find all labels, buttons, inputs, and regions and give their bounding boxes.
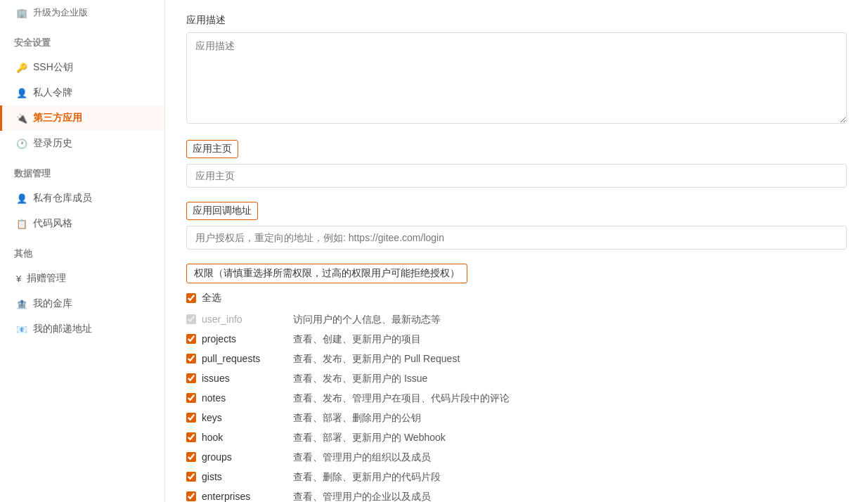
app-callback-input[interactable] <box>186 226 847 250</box>
perm-desc-groups: 查看、管理用户的组织以及成员 <box>293 451 431 464</box>
third-party-icon: 🔌 <box>16 113 27 124</box>
donation-icon: ¥ <box>16 273 21 284</box>
sidebar-item-third-party[interactable]: 🔌第三方应用 <box>0 105 164 131</box>
permissions-group: 权限（请慎重选择所需权限，过高的权限用户可能拒绝授权） 全选 user_info… <box>186 264 847 502</box>
app-description-input[interactable] <box>186 32 847 124</box>
app-callback-label: 应用回调地址 <box>186 202 258 220</box>
code-style-icon: 📋 <box>16 219 27 229</box>
perm-desc-keys: 查看、部署、删除用户的公钥 <box>293 412 421 425</box>
sidebar-item-label-gold-vault: 我的金库 <box>33 297 72 310</box>
sidebar-item-code-style[interactable]: 📋代码风格 <box>0 211 164 236</box>
perm-checkbox-pull_requests[interactable] <box>186 354 196 363</box>
app-callback-group: 应用回调地址 <box>186 202 847 250</box>
perm-checkbox-gists[interactable] <box>186 472 196 482</box>
perm-row-groups: groups查看、管理用户的组织以及成员 <box>186 448 847 468</box>
sidebar-section-title: 数据管理 <box>0 156 164 186</box>
sidebar-item-email-addr[interactable]: 📧我的邮递地址 <box>0 316 164 342</box>
perm-name-issues: issues <box>202 373 293 384</box>
perm-desc-enterprises: 查看、管理用户的企业以及成员 <box>293 491 431 502</box>
perm-name-gists: gists <box>202 471 293 482</box>
perm-desc-projects: 查看、创建、更新用户的项目 <box>293 333 421 346</box>
upgrade-icon: 🏢 <box>16 8 27 18</box>
perm-name-pull_requests: pull_requests <box>202 353 293 364</box>
app-homepage-group: 应用主页 <box>186 140 847 188</box>
perm-checkbox-projects[interactable] <box>186 334 196 344</box>
perm-name-enterprises: enterprises <box>202 491 293 502</box>
perm-row-user_info: user_info访问用户的个人信息、最新动态等 <box>186 310 847 330</box>
perm-row-gists: gists查看、删除、更新用户的代码片段 <box>186 468 847 487</box>
perm-desc-notes: 查看、发布、管理用户在项目、代码片段中的评论 <box>293 392 510 405</box>
perm-row-keys: keys查看、部署、删除用户的公钥 <box>186 408 847 428</box>
sidebar-item-label-email-addr: 我的邮递地址 <box>33 323 92 335</box>
sidebar-item-label-token: 私人令牌 <box>33 86 72 99</box>
sidebar-item-login-history[interactable]: 🕐登录历史 <box>0 131 164 156</box>
perm-desc-hook: 查看、部署、更新用户的 Webhook <box>293 432 446 444</box>
perm-name-groups: groups <box>202 451 293 463</box>
perm-row-enterprises: enterprises查看、管理用户的企业以及成员 <box>186 487 847 502</box>
perm-row-hook: hook查看、部署、更新用户的 Webhook <box>186 428 847 448</box>
main-content: 应用描述 应用主页 应用回调地址 权限（请慎重选择所需权限，过高的权限用户可能拒… <box>165 0 868 502</box>
app-homepage-label: 应用主页 <box>186 140 238 158</box>
perm-row-notes: notes查看、发布、管理用户在项目、代码片段中的评论 <box>186 389 847 408</box>
perm-name-keys: keys <box>202 412 293 423</box>
sidebar-item-label-third-party: 第三方应用 <box>33 112 82 124</box>
perm-desc-pull_requests: 查看、发布、更新用户的 Pull Request <box>293 353 460 366</box>
gold-vault-icon: 🏦 <box>16 299 27 309</box>
perm-desc-user_info: 访问用户的个人信息、最新动态等 <box>293 314 441 326</box>
permissions-label: 权限（请慎重选择所需权限，过高的权限用户可能拒绝授权） <box>186 264 467 283</box>
sidebar-item-label-ssh: SSH公钥 <box>33 61 73 74</box>
perm-row-projects: projects查看、创建、更新用户的项目 <box>186 330 847 349</box>
perm-checkbox-groups[interactable] <box>186 452 196 462</box>
sidebar-item-label-donation: 捐赠管理 <box>27 272 66 285</box>
sidebar-item-private-members[interactable]: 👤私有仓库成员 <box>0 186 164 211</box>
app-description-group: 应用描述 <box>186 14 847 126</box>
sidebar-section-title: 其他 <box>0 236 164 266</box>
sidebar-item-label-code-style: 代码风格 <box>33 217 72 230</box>
ssh-icon: 🔑 <box>16 63 27 73</box>
perm-checkbox-enterprises[interactable] <box>186 491 196 501</box>
perm-checkbox-hook[interactable] <box>186 432 196 442</box>
sidebar-item-label-login-history: 登录历史 <box>33 137 72 150</box>
sidebar-item-gold-vault[interactable]: 🏦我的金库 <box>0 291 164 316</box>
perm-name-hook: hook <box>202 432 293 443</box>
perm-name-notes: notes <box>202 392 293 404</box>
app-description-label: 应用描述 <box>186 14 847 27</box>
select-all-label[interactable]: 全选 <box>202 292 221 304</box>
token-icon: 👤 <box>16 88 27 98</box>
perm-row-issues: issues查看、发布、更新用户的 Issue <box>186 369 847 389</box>
private-members-icon: 👤 <box>16 193 27 204</box>
sidebar-item-label-private-members: 私有仓库成员 <box>33 192 92 205</box>
perm-checkbox-keys[interactable] <box>186 413 196 423</box>
sidebar-item-donation[interactable]: ¥捐赠管理 <box>0 266 164 291</box>
sidebar-item-ssh[interactable]: 🔑SSH公钥 <box>0 55 164 80</box>
perm-checkbox-notes[interactable] <box>186 393 196 403</box>
sidebar-item-token[interactable]: 👤私人令牌 <box>0 80 164 105</box>
select-all-row: 全选 <box>186 292 847 304</box>
sidebar-item-upgrade[interactable]: 🏢 升级为企业版 <box>0 0 164 25</box>
perm-name-projects: projects <box>202 333 293 345</box>
perm-name-user_info: user_info <box>202 314 293 325</box>
sidebar-section-title: 安全设置 <box>0 25 164 55</box>
perm-desc-gists: 查看、删除、更新用户的代码片段 <box>293 471 441 484</box>
select-all-checkbox[interactable] <box>186 293 196 303</box>
perm-row-pull_requests: pull_requests查看、发布、更新用户的 Pull Request <box>186 349 847 369</box>
email-addr-icon: 📧 <box>16 324 27 335</box>
app-homepage-input[interactable] <box>186 164 847 188</box>
sidebar: 🏢 升级为企业版 安全设置🔑SSH公钥👤私人令牌🔌第三方应用🕐登录历史数据管理👤… <box>0 0 165 502</box>
perm-desc-issues: 查看、发布、更新用户的 Issue <box>293 373 427 385</box>
perm-checkbox-issues[interactable] <box>186 373 196 383</box>
login-history-icon: 🕐 <box>16 139 27 149</box>
perm-checkbox-user_info <box>186 314 196 324</box>
